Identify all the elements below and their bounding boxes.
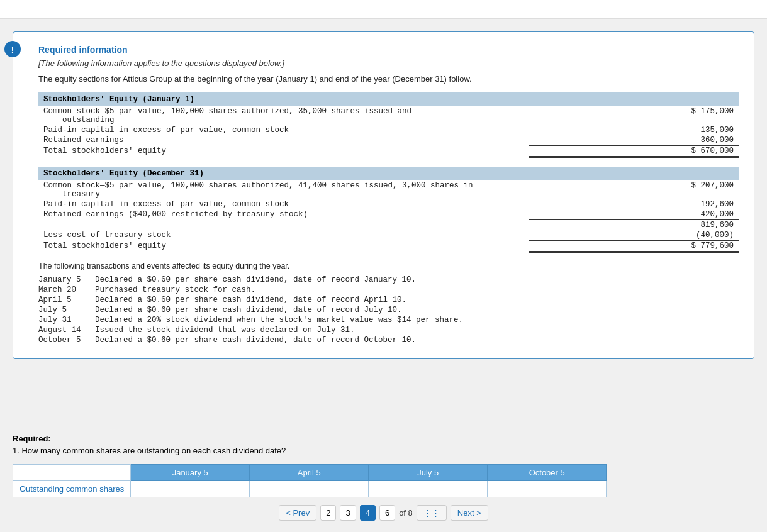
required-question: 1. How many common shares are outstandin… bbox=[13, 446, 754, 455]
grid-icon: ⋮⋮ bbox=[423, 508, 440, 518]
col-header-oct5: October 5 bbox=[488, 465, 607, 481]
list-item: July 31 Declared a 20% stock dividend wh… bbox=[38, 316, 739, 324]
required-section: Required: 1. How many common shares are … bbox=[0, 434, 767, 532]
input-apr5-field[interactable] bbox=[256, 484, 362, 494]
row-label-outstanding: Outstanding common shares bbox=[13, 481, 131, 497]
info-icon: ! bbox=[4, 41, 21, 57]
trans-date: July 31 bbox=[38, 316, 95, 324]
trans-desc: Declared a $0.60 per share cash dividend… bbox=[95, 306, 739, 314]
of-text: of 8 bbox=[399, 508, 413, 518]
list-item: January 5 Declared a $0.60 per share cas… bbox=[38, 275, 739, 284]
trans-date: April 5 bbox=[38, 296, 95, 304]
equity-jan-row2-label: Paid-in capital in excess of par value, … bbox=[38, 125, 529, 135]
input-jan5[interactable] bbox=[131, 481, 250, 497]
next-button[interactable]: Next > bbox=[451, 505, 488, 521]
input-jul5-field[interactable] bbox=[375, 484, 481, 494]
table-row: Retained earnings ($40,000 restricted by… bbox=[38, 209, 739, 220]
list-item: April 5 Declared a $0.60 per share cash … bbox=[38, 296, 739, 304]
required-label: Required: bbox=[13, 434, 754, 443]
equity-dec-table: Stockholders' Equity (December 31) Commo… bbox=[38, 167, 739, 253]
equity-dec-row3-label: Retained earnings ($40,000 restricted by… bbox=[38, 209, 529, 220]
page-6-button[interactable]: 6 bbox=[379, 505, 395, 521]
equity-dec-subtotal-label bbox=[38, 220, 529, 231]
table-row: Retained earnings 360,000 bbox=[38, 135, 739, 146]
equity-jan-row1-amount: $ 175,000 bbox=[529, 106, 739, 125]
page-3-button[interactable]: 3 bbox=[340, 505, 356, 521]
equity-jan-row3-label: Retained earnings bbox=[38, 135, 529, 146]
trans-date: August 14 bbox=[38, 326, 95, 335]
table-row: 819,600 bbox=[38, 220, 739, 231]
input-oct5[interactable] bbox=[488, 481, 607, 497]
equity-jan-total-label: Total stockholders' equity bbox=[38, 146, 529, 157]
page-2-button[interactable]: 2 bbox=[320, 505, 336, 521]
equity-dec-row1-amount: $ 207,000 bbox=[529, 180, 739, 199]
input-jul5[interactable] bbox=[369, 481, 488, 497]
col-header-jul5: July 5 bbox=[369, 465, 488, 481]
trans-date: March 20 bbox=[38, 285, 95, 294]
main-content: ! Required information [The following in… bbox=[0, 19, 767, 434]
table-row: Paid-in capital in excess of par value, … bbox=[38, 125, 739, 135]
equity-dec-row1-label: Common stock—$5 par value, 100,000 share… bbox=[38, 180, 529, 199]
info-box: ! Required information [The following in… bbox=[13, 31, 754, 359]
italic-note: [The following information applies to th… bbox=[38, 58, 739, 68]
col-header-jan5: January 5 bbox=[131, 465, 250, 481]
list-item: October 5 Declared a $0.60 per share cas… bbox=[38, 336, 739, 345]
equity-jan-total-amount: $ 670,000 bbox=[529, 146, 739, 157]
equity-dec-treasury-label: Less cost of treasury stock bbox=[38, 230, 529, 241]
equity-dec-row3-amount: 420,000 bbox=[529, 209, 739, 220]
equity-dec-treasury-amount: (40,000) bbox=[529, 230, 739, 241]
pagination: < Prev 2 3 4 6 of 8 ⋮⋮ Next > bbox=[13, 497, 754, 526]
table-row: Paid-in capital in excess of par value, … bbox=[38, 199, 739, 209]
list-item: March 20 Purchased treasury stock for ca… bbox=[38, 285, 739, 294]
input-oct5-field[interactable] bbox=[494, 484, 600, 494]
equity-jan-table: Stockholders' Equity (January 1) Common … bbox=[38, 92, 739, 158]
equity-dec-header: Stockholders' Equity (December 31) bbox=[38, 167, 739, 180]
top-bar bbox=[0, 0, 767, 19]
list-item: August 14 Issued the stock dividend that… bbox=[38, 326, 739, 335]
col-header-apr5: April 5 bbox=[250, 465, 369, 481]
trans-date: January 5 bbox=[38, 275, 95, 284]
table-row: Less cost of treasury stock (40,000) bbox=[38, 230, 739, 241]
table-row: Outstanding common shares bbox=[13, 481, 607, 497]
grid-icon-button[interactable]: ⋮⋮ bbox=[417, 505, 447, 521]
trans-desc: Declared a 20% stock dividend when the s… bbox=[95, 316, 739, 324]
trans-date: July 5 bbox=[38, 306, 95, 314]
input-apr5[interactable] bbox=[250, 481, 369, 497]
equity-jan-row1-label: Common stock—$5 par value, 100,000 share… bbox=[38, 106, 529, 125]
equity-jan-row3-amount: 360,000 bbox=[529, 135, 739, 146]
col-header-empty bbox=[13, 465, 131, 481]
trans-desc: Issued the stock dividend that was decla… bbox=[95, 326, 739, 335]
equity-dec-total-amount: $ 779,600 bbox=[529, 241, 739, 252]
table-row: Common stock—$5 par value, 100,000 share… bbox=[38, 106, 739, 125]
table-row: Common stock—$5 par value, 100,000 share… bbox=[38, 180, 739, 199]
equity-jan-header: Stockholders' Equity (January 1) bbox=[38, 92, 739, 106]
intro-text: The equity sections for Atticus Group at… bbox=[38, 74, 739, 84]
trans-desc: Declared a $0.60 per share cash dividend… bbox=[95, 296, 739, 304]
equity-jan-row2-amount: 135,000 bbox=[529, 125, 739, 135]
page-4-button[interactable]: 4 bbox=[360, 505, 376, 521]
table-row: Total stockholders' equity $ 779,600 bbox=[38, 241, 739, 252]
dividend-table: January 5 April 5 July 5 October 5 Outst… bbox=[13, 464, 607, 497]
equity-dec-total-label: Total stockholders' equity bbox=[38, 241, 529, 252]
table-row: Total stockholders' equity $ 670,000 bbox=[38, 146, 739, 157]
transactions-intro: The following transactions and events af… bbox=[38, 262, 739, 270]
prev-button[interactable]: < Prev bbox=[279, 505, 316, 521]
transactions-section: The following transactions and events af… bbox=[38, 262, 739, 345]
equity-dec-row2-label: Paid-in capital in excess of par value, … bbox=[38, 199, 529, 209]
trans-desc: Declared a $0.60 per share cash dividend… bbox=[95, 336, 739, 345]
list-item: July 5 Declared a $0.60 per share cash d… bbox=[38, 306, 739, 314]
trans-date: October 5 bbox=[38, 336, 95, 345]
input-jan5-field[interactable] bbox=[137, 484, 243, 494]
equity-dec-row2-amount: 192,600 bbox=[529, 199, 739, 209]
trans-desc: Purchased treasury stock for cash. bbox=[95, 285, 739, 294]
required-title: Required information bbox=[38, 45, 739, 55]
trans-desc: Declared a $0.60 per share cash dividend… bbox=[95, 275, 739, 284]
equity-dec-subtotal-amount: 819,600 bbox=[529, 220, 739, 231]
